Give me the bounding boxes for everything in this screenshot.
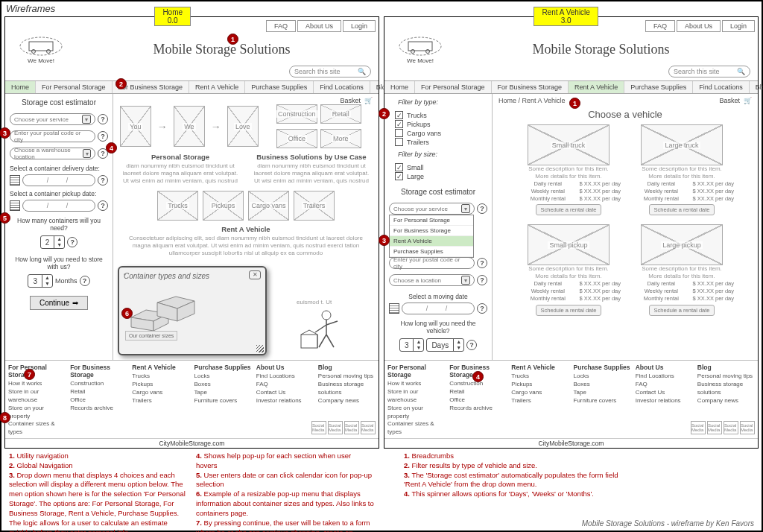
biz-tile[interactable]: More [320,129,361,148]
calendar-icon[interactable] [389,303,399,314]
postal-input[interactable]: Enter your postal code or city [389,257,475,269]
vehicle-tile[interactable]: Trucks [157,191,198,221]
continue-button[interactable]: Continue ➡ [30,296,88,310]
footer-link[interactable]: Tape [574,389,631,397]
nav-business[interactable]: For Business Storage [492,81,569,93]
footer-link[interactable]: Business storage solutions [318,381,376,397]
nav-personal[interactable]: For Personal Storage [36,81,113,93]
chevron-down-icon[interactable]: ▼ [454,345,463,351]
basket-label[interactable]: Basket [340,97,361,104]
footer-link[interactable]: Retail [70,388,127,396]
service-dropdown[interactable]: Choose your service ▾ [10,113,95,125]
footer-link[interactable]: Contact Us [636,389,693,397]
location-dropdown[interactable]: Choose a location▾ [389,274,475,286]
chevron-down-icon[interactable]: ▼ [414,345,423,351]
chevron-up-icon[interactable]: ▲ [454,339,463,345]
dropdown-option[interactable]: Purchase Supplies [390,247,473,257]
nav-supplies[interactable]: Purchase Supplies [624,81,693,93]
checkbox-icon[interactable]: ✓ [395,172,403,180]
chevron-down-icon[interactable]: ▼ [42,281,52,287]
nav-supplies[interactable]: Purchase Supplies [245,81,314,93]
filter-row[interactable]: ✓Large [395,172,487,180]
biz-tile[interactable]: Construction [276,104,317,124]
help-icon[interactable]: ? [98,131,108,142]
unit-spinner[interactable]: Days ▲▼ [426,338,464,352]
footer-link[interactable]: Office [449,396,507,405]
vehicle-tile[interactable]: Cargo vans [248,191,289,221]
footer-link[interactable]: Container sizes & types [8,420,66,437]
warehouse-dropdown[interactable]: Choose a warehouse location ▾ [10,148,95,159]
social-icon[interactable]: Social Media [344,421,359,434]
util-login[interactable]: Login [722,20,755,32]
cart-icon[interactable]: 🛒 [364,97,373,104]
footer-link[interactable]: Locks [194,373,252,381]
footer-link[interactable]: Investor relations [256,397,314,405]
footer-link[interactable]: Trailers [511,397,569,405]
help-icon[interactable]: ? [98,200,108,211]
social-icon[interactable]: Social Media [740,421,755,434]
footer-link[interactable]: Company news [318,397,376,405]
delivery-date-input[interactable]: / / [22,174,95,186]
footer-link[interactable]: Trailers [132,397,189,405]
containers-spinner[interactable]: 2 ▲▼ [40,235,66,249]
social-icon[interactable]: Social Media [328,421,343,434]
pickup-date-input[interactable]: / / [22,200,95,212]
social-icon[interactable]: Social Media [707,421,722,434]
footer-link[interactable]: Personal moving tips [318,373,376,381]
checkbox-icon[interactable] [395,129,403,137]
footer-link[interactable]: Store in our warehouse [8,388,66,405]
resize-grip-icon[interactable] [256,345,264,352]
util-login[interactable]: Login [343,20,376,32]
nav-home[interactable]: Home [5,81,36,93]
service-dropdown[interactable]: Choose your service ▾ [389,203,475,215]
schedule-button[interactable]: Schedule a rental date [649,305,714,316]
footer-link[interactable]: Store on your property [387,405,445,421]
search-input[interactable]: Search this site 🔍 [289,66,371,77]
duration-spinner[interactable]: 3 ▲▼ [399,338,425,352]
social-icon[interactable]: Social Media [361,421,376,434]
filter-row[interactable]: ✓Trucks [395,111,487,119]
help-icon[interactable]: ? [98,175,108,186]
footer-link[interactable]: Investor relations [636,397,693,405]
footer-link[interactable]: Container sizes & types [387,420,445,437]
nav-rent[interactable]: Rent A Vehicle [569,81,624,93]
footer-link[interactable]: Construction [70,380,127,388]
footer-link[interactable]: Records archive [449,405,507,413]
duration-spinner[interactable]: 3 ▲▼ [28,274,53,288]
close-icon[interactable]: ✕ [249,270,261,279]
chevron-up-icon[interactable]: ▲ [414,339,423,345]
footer-link[interactable]: Cargo vans [132,389,189,397]
nav-home[interactable]: Home [384,81,415,93]
postal-input[interactable]: Enter your postal code or city [10,130,95,142]
biz-tile[interactable]: Retail [320,104,361,124]
footer-link[interactable]: Boxes [574,381,631,389]
schedule-button[interactable]: Schedule a rental date [536,204,601,215]
footer-link[interactable]: Find Locations [636,373,693,381]
footer-link[interactable]: Cargo vans [511,389,569,397]
filter-row[interactable]: Cargo vans [395,129,487,137]
chevron-up-icon[interactable]: ▲ [54,236,64,242]
container-popup[interactable]: ◦ ✕ Container types and sizes Our contai… [118,266,267,355]
checkbox-icon[interactable] [395,138,403,146]
footer-link[interactable]: Boxes [194,381,252,389]
biz-tile[interactable]: Office [276,129,317,148]
basket-label[interactable]: Basket [719,97,740,104]
footer-link[interactable]: Pickups [132,381,189,389]
footer-link[interactable]: Store in our warehouse [387,388,445,405]
filter-row[interactable]: Trailers [395,138,487,146]
social-icon[interactable]: Social Media [311,421,326,434]
help-icon[interactable]: ? [80,276,90,286]
footer-link[interactable]: Furniture covers [574,397,631,405]
breadcrumb[interactable]: Home / Rent A Vehicle [498,97,566,104]
help-icon[interactable]: ? [67,237,77,247]
schedule-button[interactable]: Schedule a rental date [536,305,601,316]
footer-link[interactable]: How it works [387,380,445,388]
schedule-button[interactable]: Schedule a rental date [649,204,714,215]
footer-link[interactable]: Find Locations [256,373,314,381]
footer-link[interactable]: Furniture covers [194,397,252,405]
help-icon[interactable]: ? [466,340,477,350]
checkbox-icon[interactable]: ✓ [395,111,403,119]
help-icon[interactable]: ? [477,258,487,268]
vehicle-tile[interactable]: Trailers [294,191,335,221]
nav-rent[interactable]: Rent A Vehicle [189,81,245,93]
